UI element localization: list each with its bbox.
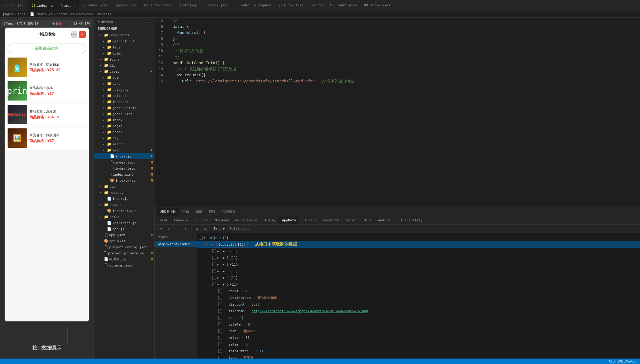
phone-close-icon[interactable]: ⊙ bbox=[79, 31, 86, 38]
tab-audits[interactable]: Audits bbox=[375, 217, 393, 224]
tab-mock[interactable]: Mock bbox=[361, 217, 375, 224]
phone-status-bar: iPhone 6/7/8 85% 16+ 18:49 17% bbox=[1, 20, 92, 27]
tree-item-eslintrc[interactable]: 📄.eslintrc.js bbox=[94, 220, 154, 226]
data-row-item-4: ▶ ▶ 4 {11} bbox=[197, 274, 640, 281]
tab-index-js-test[interactable]: JS index.js ...\test ✕ bbox=[29, 0, 79, 11]
tab-issues[interactable]: 问题 bbox=[179, 208, 192, 216]
tree-item-cart[interactable]: ▶📁cart bbox=[94, 81, 154, 87]
code-area[interactable]: 5 */ 6 data: { 7 GoodsList:[] 8 }, 9 /** bbox=[154, 18, 640, 207]
add-icon[interactable]: + bbox=[166, 226, 172, 232]
callout-text: 从接口中获取到的数据 bbox=[255, 242, 297, 247]
code-editor: 5 */ 6 data: { 7 GoodsList:[] 8 }, 9 /** bbox=[154, 18, 640, 359]
tab-app-json[interactable]: {} app.json bbox=[1, 0, 29, 11]
tab-console[interactable]: Console bbox=[171, 217, 191, 224]
devtools-top-tabs: 调试器 1 问题 输出 终端 代码质量 bbox=[155, 207, 640, 216]
phone-menu-icon[interactable]: ••• bbox=[71, 31, 77, 38]
code-line: 6 data: { bbox=[154, 24, 640, 30]
tab-index-json[interactable]: {} index.json bbox=[200, 0, 232, 11]
tree-item-category[interactable]: ▶📁category bbox=[94, 87, 154, 93]
refresh-icon[interactable]: ⟳ bbox=[157, 226, 163, 232]
tab-index-less-goods[interactable]: {} index.less ...\goods_list bbox=[79, 0, 141, 11]
tree-item-pay[interactable]: ▶📁pay bbox=[94, 135, 154, 141]
tree-item-app-js[interactable]: 📄app.js bbox=[94, 226, 154, 232]
tree-item-collect[interactable]: ▶📁collect bbox=[94, 93, 154, 99]
delete-icon[interactable]: − bbox=[174, 226, 180, 232]
tree-item-icons[interactable]: ▶📁icons bbox=[94, 56, 154, 62]
tab-index-wxss[interactable]: CSS index.wxss bbox=[327, 0, 360, 11]
product-image: 🧴 bbox=[8, 58, 27, 77]
tree-item-goods-list[interactable]: ▶📁goods_list bbox=[94, 111, 154, 117]
tab-memory[interactable]: Memory bbox=[260, 217, 279, 224]
tab-appdata[interactable]: AppData bbox=[279, 217, 299, 224]
tree-item-iconfont[interactable]: 🎨iconfont.wxss bbox=[94, 208, 154, 214]
tab-storage[interactable]: Storage bbox=[300, 217, 320, 224]
tree-item-app-wxss[interactable]: 🎨app.wxss bbox=[94, 238, 154, 244]
tree-item-auth[interactable]: ▶📁auth bbox=[94, 74, 154, 81]
tree-item-search[interactable]: ▶📁search bbox=[94, 141, 154, 147]
data-row-totalprice: totalPrice : null bbox=[197, 348, 640, 354]
tab-index-wxml[interactable]: XML index.wxml ... bbox=[360, 0, 402, 11]
tree-toggle[interactable]: Tree ▼ bbox=[214, 227, 225, 231]
code-line: 9 /** bbox=[154, 42, 640, 48]
tree-item-index[interactable]: ▶📁index bbox=[94, 117, 154, 123]
tree-item-lib[interactable]: ▶📁lib bbox=[94, 62, 154, 68]
tree-item-sitemap[interactable]: {}sitemap.json bbox=[94, 262, 154, 268]
data-row-type: type : 欧莱雅 bbox=[197, 354, 640, 359]
tab-code-quality[interactable]: 代码质量 bbox=[219, 208, 239, 216]
tree-item-searchinput[interactable]: ▶📁SearchInput bbox=[94, 38, 154, 44]
status-bar: CSDN @Mr.Aholic bbox=[0, 359, 640, 364]
tree-item-utils[interactable]: ▶📁utils bbox=[94, 214, 154, 220]
phone-frame: 测试模块 ••• ⊙ 获取商品信息 🧴 商品名称：护发精油 商品价格：¥75 bbox=[5, 27, 89, 322]
tree-item-goods-detail[interactable]: ▶📁goods_detail bbox=[94, 105, 154, 111]
tree-item-test[interactable]: ▼📁test bbox=[94, 147, 154, 153]
tab-debugger[interactable]: 调试器 1 bbox=[157, 208, 179, 216]
tree-item-request[interactable]: ▼📁request bbox=[94, 190, 154, 196]
tree-item-uplmg[interactable]: ▶📁Uplmg bbox=[94, 50, 154, 56]
product-image: MyBatis bbox=[8, 105, 27, 124]
tree-item-login[interactable]: ▶📁login bbox=[94, 123, 154, 129]
undo-icon[interactable]: ↩ bbox=[194, 226, 200, 232]
tab-vulnerability[interactable]: Vulnerability bbox=[393, 217, 426, 224]
tree-item-styles[interactable]: ▶📁styles bbox=[94, 202, 154, 208]
tab-performance[interactable]: Performance bbox=[232, 217, 260, 224]
pages-item[interactable]: pages/test/index bbox=[155, 241, 197, 247]
tree-item-user[interactable]: ▶📁user bbox=[94, 184, 154, 190]
tab-security[interactable]: Security bbox=[320, 217, 342, 224]
tab-output[interactable]: 输出 bbox=[193, 208, 205, 216]
tree-item-pages[interactable]: ▼📁pages bbox=[94, 68, 154, 74]
tab-wxml[interactable]: Wxml bbox=[157, 217, 171, 224]
tab-index-less-index[interactable]: {} index.less ...\index bbox=[275, 0, 327, 11]
tree-item-order[interactable]: ▶📁order bbox=[94, 129, 154, 135]
tree-item-request-index-js[interactable]: 📄index.js bbox=[94, 196, 154, 202]
tree-item-index-wxss[interactable]: 🎨index.wxss U bbox=[94, 177, 154, 184]
tree-item-project-config[interactable]: {}project.config.json bbox=[94, 244, 154, 250]
tab-index-js-request[interactable]: JS index.js request bbox=[232, 0, 275, 11]
tree-item-index-json[interactable]: {}index.json U bbox=[94, 159, 154, 165]
tab-sources[interactable]: Sources bbox=[191, 217, 211, 224]
tab-index-less-category[interactable]: XML index.less ...\category bbox=[141, 0, 200, 11]
up-icon[interactable]: ↑ bbox=[183, 226, 189, 232]
code-line: 15 url: 'http://localhost:8282/goodsInfo… bbox=[154, 78, 640, 84]
annotation-arrow bbox=[68, 327, 68, 345]
tree-item-index-wxml[interactable]: ⚡index.wxml U bbox=[94, 171, 154, 177]
tree-item-index-less[interactable]: {}index.less U bbox=[94, 165, 154, 171]
tab-close-icon[interactable]: ✕ bbox=[74, 4, 76, 7]
tab-terminal[interactable]: 终端 bbox=[206, 208, 219, 216]
product-list: 🧴 商品名称：护发精油 商品价格：¥75.89 Spring 商品名称：水杯 商… bbox=[5, 56, 89, 321]
tab-network[interactable]: Network bbox=[212, 217, 232, 224]
tree-item-feedback[interactable]: ▶📁feedback bbox=[94, 99, 154, 105]
tree-item-tabs[interactable]: ▶📁Tabs bbox=[94, 44, 154, 50]
tree-item-project-private[interactable]: {}project.private.co... M bbox=[94, 250, 154, 256]
tree-item-app-json[interactable]: {}app.json M bbox=[94, 232, 154, 238]
code-line: 8 }, bbox=[154, 36, 640, 42]
tab-sensor[interactable]: Sensor bbox=[342, 217, 360, 224]
tree-item-components[interactable]: ▼📁components bbox=[94, 32, 154, 38]
devtools-panel: 调试器 1 问题 输出 终端 代码质量 Wxml Consol bbox=[154, 207, 640, 359]
redo-icon[interactable]: ↪ bbox=[202, 226, 208, 232]
data-tree[interactable]: ▼ object {2} ▼ GoodsList [12] 从接口中获取到的数据 bbox=[197, 233, 640, 359]
data-row-description: description : 我的测试002 bbox=[197, 294, 640, 301]
tree-item-readme[interactable]: 📄README.md U bbox=[94, 256, 154, 262]
get-goods-button[interactable]: 获取商品信息 bbox=[8, 44, 86, 53]
list-item: Spring 商品名称：水杯 商品价格：¥67 bbox=[5, 79, 89, 102]
tree-item-index-js[interactable]: 📄index.js bbox=[94, 153, 154, 159]
